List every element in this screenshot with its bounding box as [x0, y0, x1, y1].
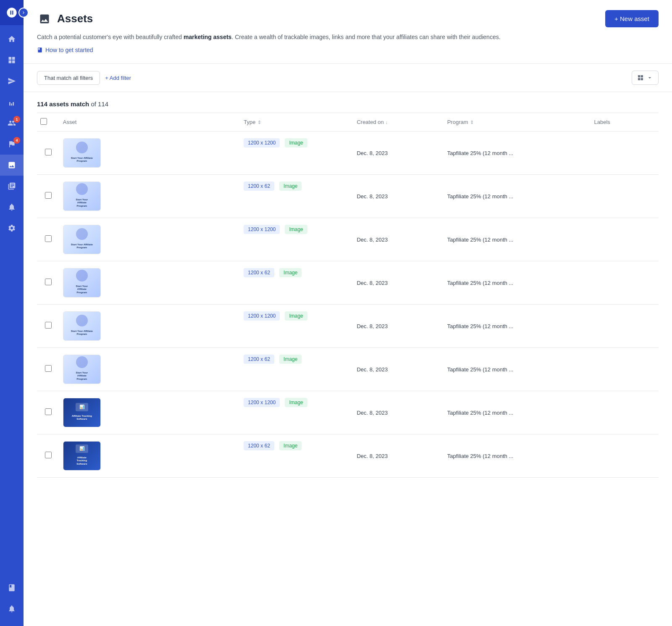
asset-cell-3[interactable]: Start YourAffiliateProgram — [60, 261, 241, 305]
sidebar-item-affiliates[interactable]: 1 — [0, 113, 24, 134]
header-section: Assets + New asset Catch a potential cus… — [24, 0, 672, 64]
description-bold: marketing assets — [184, 34, 231, 40]
table-row: Start YourAffiliateProgram1200 x 62Image… — [37, 261, 659, 305]
created-cell-0: Dec. 8, 2023 — [353, 132, 444, 175]
description-part1: Catch a potential customer's eye with be… — [37, 34, 184, 40]
row-checkbox-7[interactable] — [45, 452, 52, 458]
labels-cell-6 — [591, 391, 659, 434]
chevron-right-icon — [21, 10, 26, 15]
sidebar-item-analytics[interactable] — [0, 92, 24, 113]
sidebar-item-alerts[interactable] — [0, 197, 24, 218]
th-asset[interactable]: Asset — [60, 113, 241, 132]
program-cell-7: Tapfiliate 25% (12 month ... — [444, 434, 591, 478]
row-checkbox-2[interactable] — [45, 235, 52, 242]
sidebar-item-settings[interactable] — [0, 218, 24, 239]
content-area: 114 assets match of 114 Asset Type⇕ Crea… — [24, 92, 672, 626]
th-created[interactable]: Created on↓ — [353, 113, 444, 132]
size-badge-1: 1200 x 62 — [244, 181, 274, 191]
program-cell-3: Tapfiliate 25% (12 month ... — [444, 261, 591, 305]
asset-cell-5[interactable]: Start YourAffiliateProgram — [60, 348, 241, 391]
size-badge-2: 1200 x 1200 — [244, 225, 280, 234]
sidebar-item-dashboard[interactable] — [0, 50, 24, 71]
page-title-icon — [37, 11, 52, 26]
match-total: of 114 — [89, 100, 108, 108]
row-checkbox-0[interactable] — [45, 149, 52, 155]
asset-thumbnail-6: 📊Affiliate TrackingSoftware — [63, 398, 101, 427]
help-link[interactable]: How to get started — [37, 47, 659, 53]
asset-cell-0[interactable]: Start Your AffiliateProgram — [60, 132, 241, 175]
type-badge-3: Image — [279, 268, 302, 277]
sidebar-nav: 1 4 — [0, 25, 24, 577]
page-description: Catch a potential customer's eye with be… — [37, 32, 659, 42]
row-checkbox-4[interactable] — [45, 322, 52, 329]
sidebar: 1 4 — [0, 0, 24, 626]
th-labels: Labels — [591, 113, 659, 132]
view-toggle[interactable] — [632, 71, 659, 85]
asset-cell-6[interactable]: 📊Affiliate TrackingSoftware — [60, 391, 241, 434]
assets-table: Asset Type⇕ Created on↓ Program⇕ Labels — [37, 113, 659, 478]
alert-icon — [8, 203, 16, 211]
size-badge-0: 1200 x 1200 — [244, 138, 280, 147]
type-badge-7: Image — [279, 441, 302, 450]
program-cell-2: Tapfiliate 25% (12 month ... — [444, 218, 591, 261]
type-badge-5: Image — [279, 355, 302, 364]
sidebar-toggle[interactable] — [18, 8, 29, 18]
type-cell-5: 1200 x 62Image — [240, 348, 353, 371]
logo-icon — [6, 7, 18, 18]
add-filter-button[interactable]: + Add filter — [105, 75, 131, 81]
th-program[interactable]: Program⇕ — [444, 113, 591, 132]
home-icon — [8, 35, 16, 43]
type-badge-6: Image — [285, 398, 307, 407]
asset-thumbnail-4: Start Your AffiliateProgram — [63, 311, 101, 341]
sidebar-item-flags[interactable]: 4 — [0, 134, 24, 155]
help-link-text: How to get started — [45, 47, 93, 53]
sidebar-item-notifications[interactable] — [0, 598, 24, 619]
size-badge-3: 1200 x 62 — [244, 268, 274, 277]
sidebar-item-assets[interactable] — [0, 155, 24, 176]
asset-cell-7[interactable]: 📊AffiliateTrackingSoftware — [60, 434, 241, 478]
type-cell-0: 1200 x 1200Image — [240, 132, 353, 154]
sidebar-item-home[interactable] — [0, 29, 24, 50]
chevron-down-icon — [646, 74, 653, 81]
row-checkbox-5[interactable] — [45, 365, 52, 372]
match-count: 114 assets match — [37, 100, 89, 108]
new-asset-button[interactable]: + New asset — [605, 10, 659, 27]
labels-cell-1 — [591, 175, 659, 218]
size-badge-7: 1200 x 62 — [244, 441, 274, 450]
row-checkbox-cell-6 — [37, 391, 60, 434]
asset-cell-1[interactable]: Start YourAffiliateProgram — [60, 175, 241, 218]
table-header: Asset Type⇕ Created on↓ Program⇕ Labels — [37, 113, 659, 132]
type-badge-0: Image — [285, 138, 307, 147]
table-row: Start Your AffiliateProgram1200 x 1200Im… — [37, 218, 659, 261]
row-checkbox-cell-0 — [37, 132, 60, 175]
size-badge-6: 1200 x 1200 — [244, 398, 280, 407]
flags-badge: 4 — [13, 137, 20, 144]
th-select-all — [37, 113, 60, 132]
program-sort-icon: ⇕ — [470, 120, 474, 125]
program-cell-5: Tapfiliate 25% (12 month ... — [444, 348, 591, 391]
book-icon — [8, 584, 16, 592]
table-body: Start Your AffiliateProgram1200 x 1200Im… — [37, 132, 659, 478]
asset-cell-2[interactable]: Start Your AffiliateProgram — [60, 218, 241, 261]
th-type[interactable]: Type⇕ — [240, 113, 353, 132]
row-checkbox-1[interactable] — [45, 192, 52, 199]
created-cell-3: Dec. 8, 2023 — [353, 261, 444, 305]
table-row: Start YourAffiliateProgram1200 x 62Image… — [37, 348, 659, 391]
program-cell-6: Tapfiliate 25% (12 month ... — [444, 391, 591, 434]
row-checkbox-cell-1 — [37, 175, 60, 218]
labels-cell-4 — [591, 305, 659, 348]
sidebar-item-media[interactable] — [0, 176, 24, 197]
created-cell-2: Dec. 8, 2023 — [353, 218, 444, 261]
select-all-checkbox[interactable] — [40, 118, 47, 125]
asset-cell-4[interactable]: Start Your AffiliateProgram — [60, 305, 241, 348]
table-row: Start YourAffiliateProgram1200 x 62Image… — [37, 175, 659, 218]
sidebar-item-docs[interactable] — [0, 577, 24, 598]
image-icon — [39, 13, 50, 25]
row-checkbox-3[interactable] — [45, 279, 52, 285]
row-checkbox-6[interactable] — [45, 408, 52, 415]
asset-thumbnail-3: Start YourAffiliateProgram — [63, 268, 101, 297]
type-cell-1: 1200 x 62Image — [240, 175, 353, 197]
sidebar-bottom — [0, 577, 24, 626]
sidebar-item-campaigns[interactable] — [0, 71, 24, 92]
filter-match-button[interactable]: That match all filters — [37, 71, 100, 85]
